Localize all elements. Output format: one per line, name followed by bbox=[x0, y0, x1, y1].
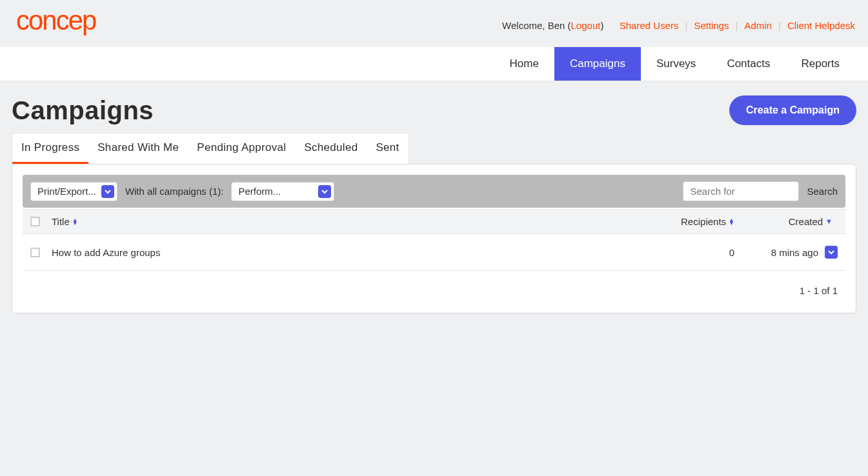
table-row: How to add Azure groups 0 8 mins ago bbox=[23, 234, 845, 271]
client-helpdesk-link[interactable]: Client Helpdesk bbox=[787, 20, 855, 31]
main-nav: Home Campaigns Surveys Contacts Reports bbox=[0, 47, 868, 81]
welcome-text: Welcome, Ben (Logout) bbox=[502, 20, 603, 31]
perform-select[interactable]: Perform... bbox=[231, 182, 334, 201]
search-button[interactable]: Search bbox=[807, 186, 838, 197]
nav-surveys[interactable]: Surveys bbox=[641, 47, 711, 81]
with-campaigns-label: With all campaigns (1): bbox=[125, 186, 224, 197]
row-actions-button[interactable] bbox=[825, 246, 838, 259]
perform-label: Perform... bbox=[238, 186, 281, 197]
admin-link[interactable]: Admin bbox=[745, 20, 772, 31]
divider: | bbox=[778, 20, 781, 31]
divider: | bbox=[736, 20, 738, 31]
campaigns-panel: Print/Export... With all campaigns (1): … bbox=[12, 164, 856, 313]
shared-users-link[interactable]: Shared Users bbox=[620, 20, 679, 31]
create-campaign-button[interactable]: Create a Campaign bbox=[729, 95, 856, 125]
row-created: 8 mins ago bbox=[734, 247, 818, 258]
sort-icon: ▲▼ bbox=[72, 219, 78, 225]
row-recipients: 0 bbox=[644, 247, 734, 258]
row-title[interactable]: How to add Azure groups bbox=[52, 247, 644, 258]
pagination-text: 1 - 1 of 1 bbox=[23, 271, 845, 302]
nav-contacts[interactable]: Contacts bbox=[711, 47, 785, 81]
nav-home[interactable]: Home bbox=[494, 47, 554, 81]
nav-reports[interactable]: Reports bbox=[785, 47, 855, 81]
tab-scheduled[interactable]: Scheduled bbox=[295, 134, 367, 164]
row-checkbox[interactable] bbox=[30, 248, 40, 257]
chevron-down-icon bbox=[101, 185, 114, 198]
welcome-prefix: Welcome, Ben ( bbox=[502, 20, 570, 31]
column-created[interactable]: Created ▼ bbox=[734, 216, 838, 227]
column-title[interactable]: Title ▲▼ bbox=[52, 216, 644, 227]
select-all-checkbox[interactable] bbox=[30, 217, 40, 226]
tab-pending-approval[interactable]: Pending Approval bbox=[188, 134, 295, 164]
table-header: Title ▲▼ Recipients ▲▼ Created ▼ bbox=[23, 209, 845, 234]
nav-campaigns[interactable]: Campaigns bbox=[554, 47, 641, 81]
settings-link[interactable]: Settings bbox=[694, 20, 729, 31]
tab-shared-with-me[interactable]: Shared With Me bbox=[88, 134, 188, 164]
logout-link[interactable]: Logout bbox=[571, 20, 601, 31]
tabs: In Progress Shared With Me Pending Appro… bbox=[12, 133, 409, 164]
sort-icon: ▲▼ bbox=[729, 219, 734, 225]
column-title-label: Title bbox=[52, 216, 70, 227]
search-input[interactable] bbox=[683, 181, 799, 201]
column-recipients[interactable]: Recipients ▲▼ bbox=[644, 216, 734, 227]
print-export-select[interactable]: Print/Export... bbox=[30, 182, 117, 201]
svg-text:concep: concep bbox=[16, 6, 96, 35]
top-links: Welcome, Ben (Logout) Shared Users | Set… bbox=[502, 20, 855, 31]
tab-sent[interactable]: Sent bbox=[367, 134, 408, 164]
logo[interactable]: concep bbox=[13, 6, 139, 44]
welcome-suffix: ) bbox=[600, 20, 603, 31]
toolbar: Print/Export... With all campaigns (1): … bbox=[23, 175, 845, 208]
chevron-down-icon bbox=[318, 185, 331, 198]
tab-in-progress[interactable]: In Progress bbox=[12, 134, 88, 164]
column-recipients-label: Recipients bbox=[681, 216, 726, 227]
column-created-label: Created bbox=[789, 216, 823, 227]
page-title: Campaigns bbox=[12, 96, 154, 125]
print-export-label: Print/Export... bbox=[37, 186, 96, 197]
sort-desc-icon: ▼ bbox=[825, 220, 833, 223]
divider: | bbox=[685, 20, 687, 31]
